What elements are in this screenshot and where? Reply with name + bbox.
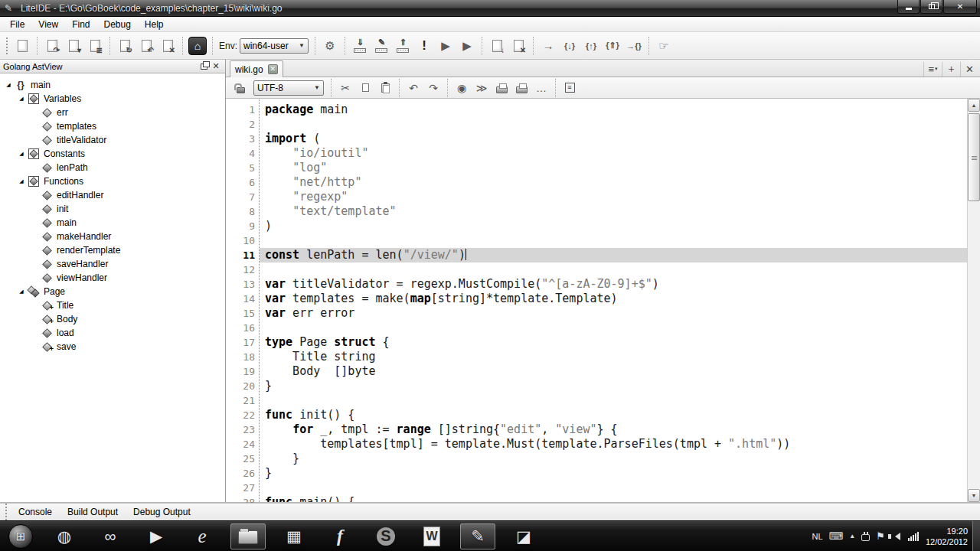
expander-icon[interactable]: ◢ [16, 178, 27, 184]
image-editor-icon[interactable]: ◪ [506, 523, 541, 549]
code-line[interactable]: } [260, 379, 967, 393]
stop-icon[interactable]: ! [414, 36, 434, 56]
hidden-icons-arrow[interactable]: ▲ [849, 533, 855, 540]
env-select[interactable]: win64-user▼ [240, 38, 309, 54]
code-line[interactable]: package main [260, 103, 967, 117]
code-line[interactable]: type Page struct { [260, 335, 967, 350]
code-line[interactable] [260, 117, 967, 132]
home-icon[interactable]: ⌂ [188, 36, 207, 56]
revert-file-icon[interactable]: ↶ [136, 36, 156, 56]
undo-icon[interactable]: ↶ [404, 79, 423, 97]
redo-icon[interactable]: ↷ [424, 79, 443, 97]
output-tab-debug-output[interactable]: Debug Output [126, 505, 198, 519]
clock[interactable]: 19:20 12/02/2012 [926, 526, 968, 547]
comment-icon[interactable]: ↓ [487, 36, 507, 56]
code-line[interactable] [260, 262, 967, 277]
uncomment-icon[interactable]: ✕ [508, 36, 528, 56]
code-line[interactable] [260, 481, 967, 495]
restore-button[interactable] [920, 0, 942, 14]
paste-icon[interactable] [376, 79, 394, 97]
close-editor-icon[interactable]: ✕ [960, 62, 978, 77]
cut-icon[interactable]: ✂ [336, 79, 354, 97]
tree-item-body[interactable]: +Body [0, 312, 225, 326]
tree-item-functions[interactable]: ◢Functions [0, 174, 225, 188]
goto-icon[interactable]: → [538, 36, 558, 56]
volume-icon[interactable] [891, 533, 900, 540]
open-file-icon[interactable]: ↷ [42, 36, 62, 56]
code-line[interactable]: func init() { [260, 408, 967, 422]
float-panel-button[interactable] [198, 61, 210, 72]
tree-item-rendertemplate[interactable]: renderTemplate [0, 243, 225, 257]
tree-item-title[interactable]: +Title [0, 298, 225, 312]
skype-icon[interactable]: S [368, 523, 403, 549]
menu-item-find[interactable]: Find [65, 18, 96, 31]
more-button[interactable]: … [532, 79, 550, 97]
build-file-icon[interactable]: ✎ [371, 36, 391, 56]
tree-item-templates[interactable]: templates [0, 119, 225, 133]
print-preview-icon[interactable] [512, 79, 531, 97]
tab-close-icon[interactable]: ✕ [268, 64, 278, 74]
split-add-icon[interactable]: ＋ [942, 62, 960, 77]
code-line[interactable]: import ( [260, 132, 967, 146]
copy-icon[interactable] [356, 79, 374, 97]
unfold-icon[interactable]: {↑} [581, 36, 601, 56]
liteide-icon[interactable]: ✎ [460, 523, 495, 549]
run-file-icon[interactable]: ▶ [457, 36, 477, 56]
tree-item-main[interactable]: main [0, 216, 225, 230]
code-line[interactable]: Title string [260, 350, 967, 364]
code-line[interactable]: } [260, 452, 967, 466]
expander-icon[interactable]: ◢ [16, 289, 27, 295]
language-indicator[interactable]: NL [812, 532, 823, 541]
code-lines[interactable]: package mainimport ( "io/ioutil" "log" "… [260, 99, 967, 502]
build-icon[interactable]: ⇓ [350, 36, 370, 56]
install-icon[interactable]: ⇑ [393, 36, 413, 56]
code-line[interactable]: var err error [260, 306, 967, 321]
export-icon[interactable]: ≫ [472, 79, 491, 97]
unfold-all-icon[interactable]: →{} [624, 36, 644, 56]
run-icon[interactable]: ▶ [436, 36, 456, 56]
tree-item-viewhandler[interactable]: viewHandler [0, 271, 225, 285]
fold-icon[interactable]: {↓} [560, 36, 580, 56]
tree-item-edithandler[interactable]: editHandler [0, 188, 225, 202]
code-line[interactable]: func main() { [260, 495, 967, 502]
pan-hand-icon[interactable]: ☞ [654, 36, 674, 56]
expression-icon[interactable]: ∞ [93, 523, 128, 549]
code-line[interactable]: ) [260, 219, 967, 233]
tree-item-lenpath[interactable]: lenPath [0, 161, 225, 174]
unlock-icon[interactable] [231, 79, 250, 97]
tree-item-page[interactable]: ◢Page [0, 285, 225, 298]
new-file-icon[interactable] [12, 36, 32, 56]
show-desktop-button[interactable] [972, 521, 980, 551]
tab-list-icon[interactable]: ≡▾ [923, 62, 942, 77]
tree-item-save[interactable]: +save [0, 340, 225, 354]
code-line[interactable] [260, 233, 967, 248]
network-signal-icon[interactable] [908, 532, 920, 541]
tree-item-variables[interactable]: ◢Variables [0, 92, 225, 106]
current-line[interactable]: const lenPath = len("/view/") [260, 248, 967, 262]
encoding-select[interactable]: UTF-8▼ [253, 80, 324, 96]
options-gear-icon[interactable]: ⚙ [320, 36, 340, 56]
code-line[interactable]: } [260, 466, 967, 481]
code-line[interactable]: templates[tmpl] = template.Must(template… [260, 437, 967, 452]
code-line[interactable] [260, 393, 967, 408]
fold-all-icon[interactable]: {⇑} [603, 36, 622, 56]
tree-item-savehandler[interactable]: saveHandler [0, 257, 225, 271]
scroll-up-icon[interactable]: ▲ [968, 99, 980, 112]
save-all-icon[interactable]: ≣ [85, 36, 105, 56]
scroll-down-icon[interactable]: ▼ [968, 489, 980, 502]
tree-item-makehandler[interactable]: makeHandler [0, 230, 225, 243]
calculator-icon[interactable]: ▦ [276, 523, 312, 549]
code-line[interactable]: for _, tmpl := range []string{"edit", "v… [260, 422, 967, 437]
code-line[interactable]: "regexp" [260, 190, 967, 204]
menu-item-view[interactable]: View [31, 18, 65, 31]
outline-icon[interactable]: ≡ [560, 79, 579, 97]
word-icon[interactable]: W [414, 523, 449, 549]
expander-icon[interactable]: ◢ [16, 96, 27, 102]
action-center-flag-icon[interactable]: ⚑ [876, 530, 885, 542]
code-line[interactable]: "io/ioutil" [260, 146, 967, 161]
tree-item-titlevalidator[interactable]: titleValidator [0, 133, 225, 147]
code-line[interactable] [260, 321, 967, 335]
windows-explorer-icon[interactable] [230, 523, 266, 549]
tab-wiki-go[interactable]: wiki.go ✕ [230, 60, 283, 77]
scrollbar-thumb[interactable] [968, 113, 980, 201]
